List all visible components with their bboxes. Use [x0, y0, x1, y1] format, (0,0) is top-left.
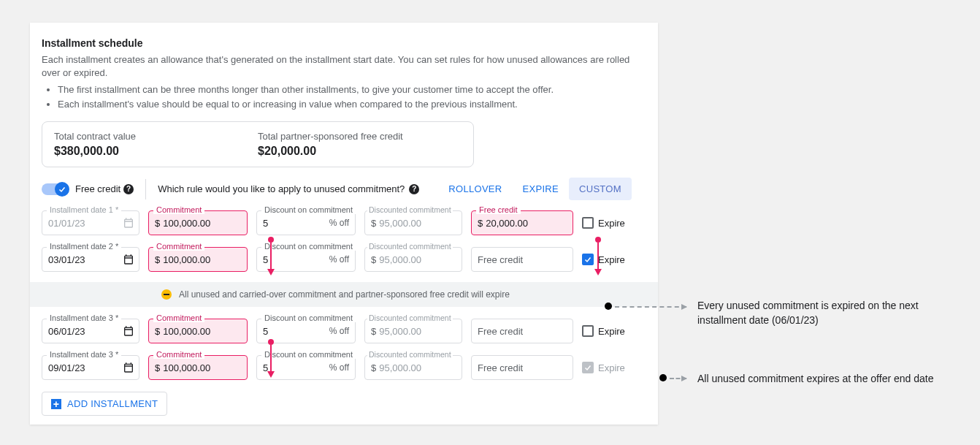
total-contract-label: Total contract value	[54, 131, 258, 142]
pct-suffix: % off	[329, 254, 349, 265]
rule-tabs: ROLLOVER EXPIRE CUSTOM	[438, 178, 632, 200]
discounted-commitment-label: Discounted commitment	[367, 242, 453, 251]
discounted-commitment-value	[379, 326, 456, 337]
free-credit-placeholder: Free credit	[478, 326, 523, 337]
free-credit-label: Free credit	[476, 205, 521, 214]
commitment-field[interactable]: Commitment $	[148, 319, 248, 343]
calendar-icon[interactable]	[123, 325, 134, 337]
expire-label: Expire	[598, 254, 625, 265]
expire-option[interactable]: Expire	[582, 254, 625, 265]
commitment-input[interactable]	[163, 218, 241, 229]
dollar-icon: $	[478, 218, 483, 229]
dollar-icon: $	[155, 362, 160, 373]
calendar-icon[interactable]	[123, 254, 134, 265]
rule-bar: Free credit ? Which rule would you like …	[42, 178, 646, 200]
dollar-icon: $	[155, 326, 160, 337]
free-credit-placeholder: Free credit	[478, 362, 523, 373]
installment-date-label: Installment date 3 *	[47, 350, 121, 359]
installment-date-label: Installment date 3 *	[47, 313, 121, 322]
commitment-label: Commitment	[153, 313, 204, 322]
total-freecredit-label: Total partner-sponsored free credit	[258, 131, 462, 142]
annotation-text: Every unused commitment is expired on th…	[697, 298, 953, 328]
free-credit-label-text: Free credit	[75, 183, 120, 194]
installment-date-field[interactable]: Installment date 2 *	[42, 247, 139, 272]
commitment-input[interactable]	[163, 254, 241, 265]
flow-arrow-icon	[267, 371, 275, 378]
installment-date-field[interactable]: Installment date 3 *	[42, 355, 139, 380]
expire-banner: All unused and carried-over commitment a…	[30, 282, 658, 307]
installment-date-input[interactable]	[48, 326, 133, 337]
discount-field[interactable]: Discount on commitment % off	[256, 210, 356, 235]
discounted-commitment-value	[379, 218, 456, 229]
rule-question-text: Which rule would you like to apply to un…	[158, 183, 405, 194]
commitment-field[interactable]: Commitment $	[148, 355, 248, 380]
expire-option[interactable]: Expire	[582, 217, 625, 229]
commitment-label: Commitment	[153, 350, 204, 359]
flow-arrow-icon	[267, 269, 275, 275]
free-credit-toggle[interactable]	[42, 183, 68, 195]
discounted-commitment-field: Discounted commitment $	[364, 247, 462, 272]
installment-date-label: Installment date 2 *	[47, 242, 121, 251]
dollar-icon: $	[371, 362, 376, 373]
bullet-2: Each installment's value should be equal…	[58, 98, 646, 111]
flow-line	[597, 243, 599, 269]
pct-suffix: % off	[329, 326, 349, 336]
info-bullets: The first installment can be three month…	[42, 83, 646, 111]
page-description: Each installment creates an allowance th…	[42, 53, 646, 79]
separator	[145, 179, 146, 199]
commitment-field[interactable]: Commitment $	[148, 210, 248, 235]
expire-checkbox[interactable]	[582, 217, 594, 229]
installment-date-field: Installment date 1 *	[42, 210, 139, 235]
plus-icon: +	[51, 399, 61, 409]
installment-rows: Installment date 1 * Commitment $ Discou…	[42, 210, 646, 380]
free-credit-field[interactable]: Free credit	[471, 355, 573, 380]
commitment-label: Commitment	[153, 205, 204, 214]
flow-dot-icon	[268, 339, 274, 345]
installment-date-field[interactable]: Installment date 3 *	[42, 319, 139, 343]
expire-checkbox[interactable]	[582, 325, 594, 337]
installment-date-input[interactable]	[48, 362, 133, 373]
commitment-field[interactable]: Commitment $	[148, 247, 248, 272]
tab-expire[interactable]: EXPIRE	[513, 178, 569, 200]
totals-box: Total contract value $380,000.00 Total p…	[42, 121, 474, 167]
total-contract-col: Total contract value $380,000.00	[54, 131, 258, 158]
discount-label: Discount on commitment	[261, 242, 356, 251]
free-credit-placeholder: Free credit	[478, 254, 523, 265]
installment-row: Installment date 3 * Commitment $ Discou…	[42, 319, 646, 343]
commitment-input[interactable]	[163, 362, 241, 373]
free-credit-field[interactable]: Free credit	[471, 247, 573, 272]
discounted-commitment-field: Discounted commitment $	[364, 210, 462, 235]
check-icon	[55, 182, 69, 197]
add-installment-button[interactable]: + ADD INSTALLMENT	[42, 392, 167, 416]
help-icon[interactable]: ?	[409, 184, 419, 194]
expire-option: Expire	[582, 362, 625, 373]
help-icon[interactable]: ?	[123, 184, 134, 194]
installment-row: Installment date 3 * Commitment $ Discou…	[42, 355, 646, 380]
free-credit-input[interactable]	[486, 218, 567, 229]
rule-question: Which rule would you like to apply to un…	[158, 183, 419, 194]
total-freecredit-col: Total partner-sponsored free credit $20,…	[258, 131, 462, 158]
annotation-anchor-icon	[659, 374, 667, 381]
free-credit-field[interactable]: Free credit $	[471, 210, 573, 235]
commitment-input[interactable]	[163, 326, 241, 337]
tab-custom[interactable]: CUSTOM	[569, 178, 632, 200]
discounted-commitment-label: Discounted commitment	[367, 313, 453, 322]
calendar-icon	[123, 217, 134, 229]
expire-checkbox[interactable]	[582, 254, 594, 265]
flow-arrow-icon	[594, 269, 602, 275]
discount-label: Discount on commitment	[261, 313, 356, 322]
discounted-commitment-label: Discounted commitment	[367, 350, 453, 359]
annotation-connector	[615, 306, 686, 308]
tab-rollover[interactable]: ROLLOVER	[438, 178, 512, 200]
expire-option[interactable]: Expire	[582, 325, 625, 337]
installment-row: Installment date 1 * Commitment $ Discou…	[42, 210, 646, 235]
expire-label: Expire	[598, 362, 625, 373]
free-credit-field[interactable]: Free credit	[471, 319, 573, 343]
installment-date-input[interactable]	[48, 254, 133, 265]
dollar-icon: $	[371, 218, 376, 229]
flow-line	[270, 243, 272, 269]
discounted-commitment-value	[379, 362, 456, 373]
dollar-icon: $	[371, 254, 376, 265]
calendar-icon[interactable]	[123, 362, 134, 373]
installment-date-label: Installment date 1 *	[47, 205, 121, 214]
